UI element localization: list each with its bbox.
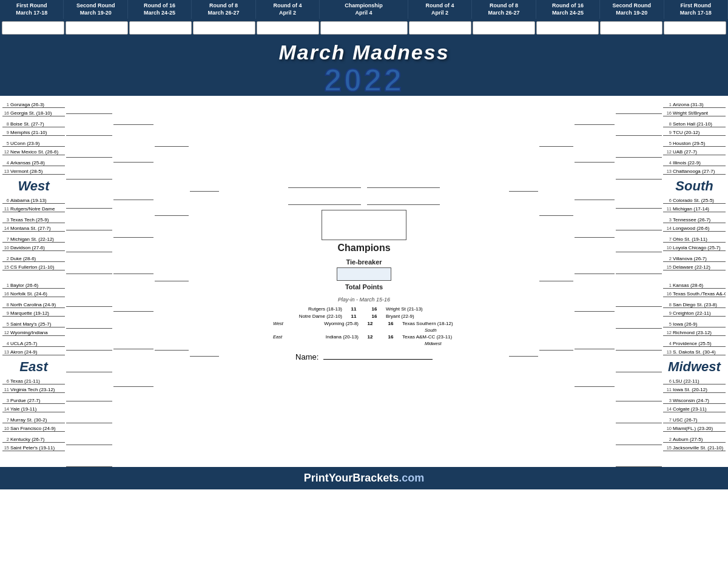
title-year: 2022 [0, 64, 728, 96]
rr3-m2-t2 [575, 378, 615, 387]
seed-box-8[interactable] [536, 21, 599, 35]
rr2-m2-t1 [616, 342, 662, 351]
lr3-e1-t1 [113, 266, 153, 274]
champions-label: Champions [337, 243, 390, 253]
rr2-m3-t1 [616, 393, 662, 401]
rr2-east-gap [616, 372, 662, 393]
lr2-e2-t1 [66, 342, 112, 351]
seed-box-4[interactable] [193, 21, 255, 35]
semifinal-right-t1 [367, 180, 440, 188]
rr2-m3-t2 [616, 415, 662, 423]
west-r1: 1 Gonzaga (26-3) 16 Georgia St. (18-10) … [2, 99, 66, 467]
s-game7-t2: 10 Loyola Chicago (25-7) [663, 243, 726, 251]
playin-row-4: East Indiana (20-13) 12 16 Texas A&M-CC … [273, 334, 455, 340]
champions-box[interactable] [322, 210, 406, 240]
lr2-w2-t2 [66, 171, 112, 180]
rr2-gap [616, 274, 662, 292]
lr2-region-gap [66, 180, 112, 200]
lr2-w1-t2 [66, 127, 112, 136]
rr2-s3-t2 [616, 222, 662, 230]
rr4-s-t2 [539, 207, 573, 216]
lr4-e-t1 [155, 273, 189, 281]
lr3-gap1 [113, 238, 153, 249]
rr2-s1-t1 [616, 106, 662, 114]
seed-box-champ[interactable] [320, 21, 407, 35]
m-game2-t2: 9 Creighton (22-11) [663, 308, 726, 317]
lr2-e3-t1 [66, 393, 112, 401]
rr3-m2-t1 [575, 341, 615, 349]
e-game2-t2: 9 Marquette (19-12) [2, 308, 65, 317]
m-game4-t2: 13 S. Dakota St. (30-4) [663, 347, 726, 355]
e-game8-t1: 2 Kentucky (26-7) [2, 434, 65, 443]
lr4-w-t2 [155, 207, 189, 216]
left-ff [190, 99, 220, 467]
south-label: South [663, 178, 726, 194]
playin-region-labels1: South [273, 327, 455, 333]
right-r4 [538, 99, 573, 467]
seed-box-5[interactable] [257, 21, 319, 35]
m-game2-t1: 8 San Diego St. (23-8) [663, 300, 726, 308]
seed-boxes-row [0, 19, 728, 37]
playin-label: Play-in - March 15-16 [338, 297, 390, 303]
s-game4-t2: 13 Chattanooga (27-7) [663, 166, 726, 175]
m-game3-t1: 5 Iowa (26-9) [663, 319, 726, 327]
lr4-e-t2 [155, 342, 189, 351]
seed-box-3[interactable] [129, 21, 192, 35]
s-game2-t1: 8 Seton Hall (21-10) [663, 119, 726, 127]
rr1-gap-sm [663, 270, 726, 280]
w-game2-t1: 8 Boise St. (27-7) [2, 119, 65, 127]
e-game4-t1: 4 UCLA (25-7) [2, 338, 65, 347]
seed-box-2[interactable] [66, 21, 128, 35]
rr4-m-t2 [539, 342, 573, 351]
w-game7-t2: 10 Davidson (27-6) [2, 243, 65, 251]
rr2-m1-t2 [616, 320, 662, 329]
w-game3-t1: 5 UConn (23-9) [2, 138, 65, 147]
left-r3 [113, 99, 155, 467]
w-game3-t2: 12 New Mexico St. (26-6) [2, 147, 65, 155]
rr2-s3-t1 [616, 200, 662, 209]
s-game3-t1: 5 Houston (29-5) [663, 138, 726, 147]
m-game4-t1: 4 Providence (25-5) [663, 338, 726, 347]
rff-s [509, 183, 538, 192]
rr3-s1-t2 [575, 154, 615, 163]
col-r5r: Round of 4 April 2 [408, 0, 472, 19]
playin-table: Rutgers (18-13) 11 16 Wright St (21-13) … [273, 306, 455, 346]
seed-box-7[interactable] [473, 21, 535, 35]
seed-box-9[interactable] [600, 21, 662, 35]
lr2-e4-t1 [66, 437, 112, 445]
s-game5-t1: 6 Colorado St. (25-5) [663, 195, 726, 204]
col-r1l: First Round March 17-18 [0, 0, 64, 19]
rr4-m-t1 [539, 273, 573, 281]
left-bracket: 1 Gonzaga (26-3) 16 Georgia St. (18-10) … [0, 98, 255, 467]
e-game2-t1: 8 North Carolina (24-9) [2, 300, 65, 308]
playin-row-1: Rutgers (18-13) 11 16 Wright St (21-13) [273, 306, 455, 312]
e-game6-t1: 3 Purdue (27-7) [2, 395, 65, 404]
e-game5-t2: 11 Virginia Tech (23-12) [2, 384, 65, 393]
total-pts-label: Total Points [345, 283, 383, 290]
seed-box-1[interactable] [2, 21, 64, 35]
seed-box-10[interactable] [664, 21, 726, 35]
tiebreaker-box[interactable] [337, 267, 391, 281]
east-label: East [2, 359, 65, 375]
left-semifinal [288, 101, 361, 205]
semifinal-left-t1 [288, 180, 361, 188]
w-game5-t2: 11 Rutgers/Notre Dame [2, 204, 65, 212]
e-game4-t2: 13 Akron (24-9) [2, 347, 65, 355]
rr2-m2-t2 [616, 364, 662, 372]
lr2-gap [66, 274, 112, 292]
col-champ: Championship April 4 [320, 0, 408, 19]
name-underline [323, 359, 433, 360]
s-game2-t2: 9 TCU (20-12) [663, 127, 726, 136]
s-game3-t2: 12 UAB (27-7) [663, 147, 726, 155]
lr2-e3-t2 [66, 415, 112, 423]
tiebreaker-label: Tie-breaker [346, 258, 382, 266]
lr2-w2-t1 [66, 149, 112, 158]
bracket-body: 1 Gonzaga (26-3) 16 Georgia St. (18-10) … [0, 96, 728, 467]
s-game8-t2: 15 Delaware (22-12) [663, 262, 726, 270]
seed-box-6[interactable] [409, 21, 471, 35]
e-game7-t2: 10 San Francisco (24-9) [2, 423, 65, 432]
s-game8-t1: 2 Villanova (26-7) [663, 253, 726, 262]
w-game6-t2: 14 Montana St. (27-7) [2, 223, 65, 232]
col-r2r: Second Round March 19-20 [600, 0, 664, 19]
rr3-s2-t1 [575, 192, 615, 200]
